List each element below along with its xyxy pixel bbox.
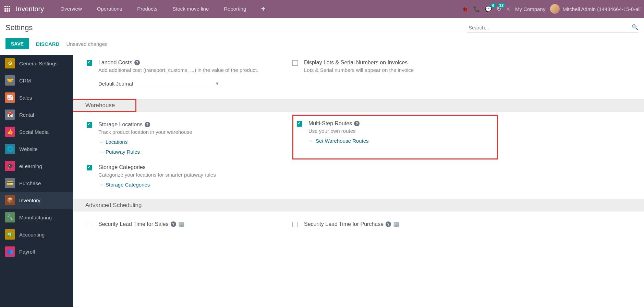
settings-content: Landed Costs? Add additional cost (trans… — [73, 55, 644, 307]
serials-invoice-title: Display Lots & Serial Numbers on Invoice… — [304, 60, 414, 66]
nav-operations[interactable]: Operations — [91, 3, 128, 15]
doc-icon[interactable]: 🏢 — [178, 221, 185, 227]
section-scheduling: Advanced Scheduling — [73, 199, 644, 212]
arrow-icon: → — [98, 182, 104, 188]
sidebar-item-social-media[interactable]: 👍Social Media — [0, 123, 73, 140]
multistep-desc: Use your own routes — [308, 128, 369, 134]
search-icon[interactable]: 🔍 — [632, 24, 639, 30]
nav-overview[interactable]: Overview — [54, 3, 88, 15]
help-icon[interactable]: ? — [386, 221, 391, 227]
sidebar-icon: 💳 — [5, 178, 15, 188]
avatar — [550, 4, 560, 14]
help-icon[interactable]: ? — [171, 221, 176, 227]
landed-costs-checkbox[interactable] — [87, 60, 92, 66]
sidebar-label: Rental — [19, 112, 34, 118]
nav-add[interactable]: ✚ — [255, 3, 272, 15]
sidebar-icon: 🤝 — [5, 75, 15, 86]
sidebar-label: CRM — [19, 78, 31, 84]
search-input[interactable] — [467, 23, 639, 33]
landed-costs-title: Landed Costs — [98, 60, 132, 66]
company-name[interactable]: My Company — [515, 6, 545, 12]
sidebar-icon: 🌐 — [5, 144, 15, 154]
serials-invoice-desc: Lots & Serial numbers will appear on the… — [304, 67, 414, 73]
sidebar-label: Purchase — [19, 180, 41, 186]
bug-icon[interactable]: 🐞 — [462, 6, 469, 12]
nav-stockmove[interactable]: Stock move line — [166, 3, 215, 15]
sidebar-icon: ⚙ — [5, 58, 15, 68]
multistep-checkbox[interactable] — [297, 121, 302, 127]
sidebar-item-general-settings[interactable]: ⚙General Settings — [0, 55, 73, 72]
storage-categories-desc: Categorize your locations for smarter pu… — [98, 172, 216, 178]
storage-locations-checkbox[interactable] — [87, 122, 92, 128]
section-warehouse-label: Warehouse — [73, 99, 136, 112]
sidebar-item-manufacturing[interactable]: 🔧Manufacturing — [0, 209, 73, 226]
sidebar-label: General Settings — [19, 61, 58, 66]
multistep-title: Multi-Step Routes — [308, 120, 352, 127]
lead-time-purchase-title: Security Lead Time for Purchase — [304, 221, 384, 227]
activities-icon[interactable]: ↻32 — [497, 6, 501, 12]
arrow-icon: → — [98, 149, 104, 155]
storage-categories-link[interactable]: →Storage Categories — [98, 182, 216, 188]
multistep-highlight: Multi-Step Routes? Use your own routes →… — [292, 115, 498, 159]
sidebar-icon: 📈 — [5, 92, 15, 103]
storage-locations-desc: Track product location in your warehouse — [98, 129, 192, 135]
sidebar-icon: 🔧 — [5, 212, 15, 222]
putaway-rules-link[interactable]: →Putaway Rules — [98, 149, 192, 155]
tools-icon[interactable]: ✕ — [506, 6, 510, 12]
set-routes-link[interactable]: →Set Warehouse Routes — [308, 138, 369, 144]
locations-link[interactable]: →Locations — [98, 139, 192, 145]
sidebar-item-purchase[interactable]: 💳Purchase — [0, 175, 73, 192]
sidebar-icon: 📅 — [5, 110, 15, 120]
sidebar-item-elearning[interactable]: 🎓eLearning — [0, 157, 73, 175]
sidebar-item-crm[interactable]: 🤝CRM — [0, 72, 73, 89]
lead-time-purchase-checkbox[interactable] — [292, 222, 298, 227]
sidebar-item-website[interactable]: 🌐Website — [0, 140, 73, 157]
apps-icon[interactable] — [3, 5, 12, 13]
subheader: Settings 🔍 — [0, 18, 644, 35]
user-label: Mitchell Admin (14484664-15-0-all — [562, 6, 641, 12]
user-menu[interactable]: Mitchell Admin (14484664-15-0-all — [550, 4, 641, 14]
sidebar-item-rental[interactable]: 📅Rental — [0, 106, 73, 123]
help-icon[interactable]: ? — [145, 122, 150, 127]
sidebar-label: Website — [19, 146, 38, 152]
activities-badge: 32 — [498, 3, 505, 8]
sidebar-label: eLearning — [19, 163, 42, 169]
landed-costs-desc: Add additional cost (transport, customs,… — [98, 67, 292, 73]
serials-invoice-checkbox[interactable] — [292, 60, 298, 66]
default-journal-select[interactable] — [138, 80, 220, 87]
messages-icon[interactable]: 💬6 — [485, 6, 492, 12]
top-navbar: Inventory Overview Operations Products S… — [0, 0, 644, 18]
section-warehouse: Warehouse — [73, 99, 644, 112]
nav-products[interactable]: Products — [131, 3, 163, 15]
save-button[interactable]: SAVE — [5, 38, 29, 49]
unsaved-status: Unsaved changes — [66, 41, 107, 47]
page-title: Settings — [5, 23, 33, 32]
phone-icon[interactable]: 📞 — [473, 6, 480, 12]
nav-menu: Overview Operations Products Stock move … — [54, 3, 272, 15]
settings-sidebar: ⚙General Settings🤝CRM📈Sales📅Rental👍Socia… — [0, 55, 73, 307]
arrow-icon: → — [308, 138, 314, 144]
sidebar-label: Accounting — [19, 232, 45, 238]
sidebar-label: Sales — [19, 95, 32, 101]
sidebar-label: Inventory — [19, 197, 40, 203]
arrow-icon: → — [98, 139, 104, 145]
sidebar-item-sales[interactable]: 📈Sales — [0, 89, 73, 106]
help-icon[interactable]: ? — [134, 60, 140, 65]
storage-locations-title: Storage Locations — [98, 121, 143, 128]
sidebar-item-inventory[interactable]: 📦Inventory — [0, 192, 73, 209]
action-bar: SAVE DISCARD Unsaved changes — [0, 35, 644, 55]
sidebar-icon: 👍 — [5, 127, 15, 137]
sidebar-label: Manufacturing — [19, 215, 52, 220]
sidebar-label: Payroll — [19, 249, 35, 255]
lead-time-sales-title: Security Lead Time for Sales — [98, 221, 169, 227]
doc-icon[interactable]: 🏢 — [393, 221, 400, 227]
sidebar-item-payroll[interactable]: 👥Payroll — [0, 243, 73, 260]
sidebar-icon: 📦 — [5, 195, 15, 205]
discard-button[interactable]: DISCARD — [36, 41, 59, 47]
app-brand[interactable]: Inventory — [16, 5, 44, 13]
storage-categories-checkbox[interactable] — [87, 165, 92, 170]
sidebar-item-accounting[interactable]: 💵Accounting — [0, 226, 73, 243]
help-icon[interactable]: ? — [354, 121, 360, 126]
nav-reporting[interactable]: Reporting — [218, 3, 252, 15]
lead-time-sales-checkbox[interactable] — [87, 222, 92, 227]
